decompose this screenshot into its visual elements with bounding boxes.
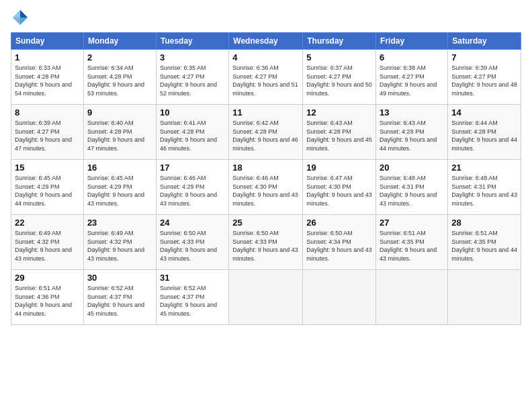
calendar-cell: 4Sunrise: 6:36 AMSunset: 4:27 PMDaylight… [229,50,303,105]
calendar-cell: 16Sunrise: 6:45 AMSunset: 4:29 PMDayligh… [83,160,156,215]
day-info: Sunrise: 6:39 AMSunset: 4:27 PMDaylight:… [451,64,517,97]
calendar-cell: 20Sunrise: 6:48 AMSunset: 4:31 PMDayligh… [376,160,448,215]
day-info: Sunrise: 6:34 AMSunset: 4:28 PMDaylight:… [87,64,144,97]
calendar-cell: 27Sunrise: 6:51 AMSunset: 4:35 PMDayligh… [376,215,448,270]
day-number: 25 [232,218,299,228]
day-number: 26 [306,218,372,228]
calendar-cell [448,270,521,325]
day-info: Sunrise: 6:51 AMSunset: 4:36 PMDaylight:… [15,285,72,317]
day-info: Sunrise: 6:43 AMSunset: 4:28 PMDaylight:… [380,120,437,152]
day-info: Sunrise: 6:50 AMSunset: 4:33 PMDaylight:… [232,230,298,262]
calendar-cell [376,270,448,325]
calendar-cell: 24Sunrise: 6:50 AMSunset: 4:33 PMDayligh… [156,215,228,270]
day-number: 28 [451,218,517,228]
weekday-header: Friday [376,33,448,50]
day-info: Sunrise: 6:37 AMSunset: 4:27 PMDaylight:… [306,64,372,97]
calendar-cell: 25Sunrise: 6:50 AMSunset: 4:33 PMDayligh… [229,215,303,270]
calendar-week-row: 29Sunrise: 6:51 AMSunset: 4:36 PMDayligh… [11,270,521,325]
day-number: 5 [306,52,372,62]
calendar-cell: 17Sunrise: 6:46 AMSunset: 4:29 PMDayligh… [156,160,228,215]
calendar-cell: 31Sunrise: 6:52 AMSunset: 4:37 PMDayligh… [156,270,228,325]
calendar-cell: 2Sunrise: 6:34 AMSunset: 4:28 PMDaylight… [83,50,156,105]
calendar-cell: 21Sunrise: 6:48 AMSunset: 4:31 PMDayligh… [448,160,521,215]
day-info: Sunrise: 6:49 AMSunset: 4:32 PMDaylight:… [87,230,144,262]
day-number: 4 [232,52,299,62]
day-number: 27 [380,218,444,228]
day-number: 30 [87,273,152,283]
calendar-cell: 30Sunrise: 6:52 AMSunset: 4:37 PMDayligh… [83,270,156,325]
weekday-header: Tuesday [156,33,228,50]
svg-marker-0 [20,10,28,17]
calendar-cell: 10Sunrise: 6:41 AMSunset: 4:28 PMDayligh… [156,105,228,160]
weekday-header-row: SundayMondayTuesdayWednesdayThursdayFrid… [11,33,521,50]
calendar-week-row: 15Sunrise: 6:45 AMSunset: 4:29 PMDayligh… [11,160,521,215]
svg-marker-2 [13,10,20,17]
day-info: Sunrise: 6:46 AMSunset: 4:29 PMDaylight:… [160,175,217,207]
day-info: Sunrise: 6:40 AMSunset: 4:28 PMDaylight:… [87,120,144,152]
day-info: Sunrise: 6:33 AMSunset: 4:28 PMDaylight:… [15,64,72,97]
day-number: 6 [380,52,444,62]
day-number: 19 [306,163,372,173]
calendar-cell: 28Sunrise: 6:51 AMSunset: 4:35 PMDayligh… [448,215,521,270]
day-number: 20 [380,163,444,173]
calendar-cell: 3Sunrise: 6:35 AMSunset: 4:27 PMDaylight… [156,50,228,105]
calendar-cell: 5Sunrise: 6:37 AMSunset: 4:27 PMDaylight… [303,50,376,105]
day-number: 14 [451,107,517,118]
day-number: 11 [232,107,299,118]
calendar-cell: 29Sunrise: 6:51 AMSunset: 4:36 PMDayligh… [11,270,84,325]
day-info: Sunrise: 6:39 AMSunset: 4:27 PMDaylight:… [15,120,72,152]
calendar-table: SundayMondayTuesdayWednesdayThursdayFrid… [11,32,521,325]
day-number: 2 [87,52,152,62]
day-info: Sunrise: 6:50 AMSunset: 4:34 PMDaylight:… [306,230,372,262]
day-info: Sunrise: 6:38 AMSunset: 4:27 PMDaylight:… [380,64,437,97]
calendar-cell: 15Sunrise: 6:45 AMSunset: 4:29 PMDayligh… [11,160,84,215]
calendar-week-row: 8Sunrise: 6:39 AMSunset: 4:27 PMDaylight… [11,105,521,160]
day-number: 13 [380,107,444,118]
day-number: 7 [451,52,517,62]
day-info: Sunrise: 6:48 AMSunset: 4:31 PMDaylight:… [380,175,437,207]
calendar-cell: 6Sunrise: 6:38 AMSunset: 4:27 PMDaylight… [376,50,448,105]
day-number: 8 [15,107,80,118]
calendar-cell: 11Sunrise: 6:42 AMSunset: 4:28 PMDayligh… [229,105,303,160]
weekday-header: Monday [83,33,156,50]
day-number: 3 [160,52,225,62]
calendar-week-row: 22Sunrise: 6:49 AMSunset: 4:32 PMDayligh… [11,215,521,270]
day-info: Sunrise: 6:52 AMSunset: 4:37 PMDaylight:… [160,285,217,317]
day-info: Sunrise: 6:41 AMSunset: 4:28 PMDaylight:… [160,120,217,152]
svg-marker-3 [13,17,20,25]
day-number: 29 [15,273,80,283]
header [11,8,521,27]
calendar-cell: 26Sunrise: 6:50 AMSunset: 4:34 PMDayligh… [303,215,376,270]
day-number: 12 [306,107,372,118]
calendar-cell: 23Sunrise: 6:49 AMSunset: 4:32 PMDayligh… [83,215,156,270]
day-number: 16 [87,163,152,173]
calendar-cell: 18Sunrise: 6:46 AMSunset: 4:30 PMDayligh… [229,160,303,215]
logo-icon [11,8,30,27]
calendar-cell [303,270,376,325]
day-number: 23 [87,218,152,228]
day-info: Sunrise: 6:48 AMSunset: 4:31 PMDaylight:… [451,175,517,207]
day-info: Sunrise: 6:49 AMSunset: 4:32 PMDaylight:… [15,230,72,262]
calendar-cell: 19Sunrise: 6:47 AMSunset: 4:30 PMDayligh… [303,160,376,215]
weekday-header: Wednesday [229,33,303,50]
logo [11,8,32,27]
day-number: 9 [87,107,152,118]
day-info: Sunrise: 6:45 AMSunset: 4:29 PMDaylight:… [15,175,72,207]
calendar-cell [229,270,303,325]
weekday-header: Sunday [11,33,84,50]
calendar-cell: 9Sunrise: 6:40 AMSunset: 4:28 PMDaylight… [83,105,156,160]
calendar-cell: 1Sunrise: 6:33 AMSunset: 4:28 PMDaylight… [11,50,84,105]
day-info: Sunrise: 6:51 AMSunset: 4:35 PMDaylight:… [380,230,437,262]
day-number: 18 [232,163,299,173]
day-info: Sunrise: 6:44 AMSunset: 4:28 PMDaylight:… [451,120,517,152]
day-number: 10 [160,107,225,118]
calendar-cell: 7Sunrise: 6:39 AMSunset: 4:27 PMDaylight… [448,50,521,105]
day-info: Sunrise: 6:47 AMSunset: 4:30 PMDaylight:… [306,175,372,207]
day-info: Sunrise: 6:52 AMSunset: 4:37 PMDaylight:… [87,285,144,317]
svg-marker-1 [20,17,28,25]
day-number: 15 [15,163,80,173]
day-info: Sunrise: 6:42 AMSunset: 4:28 PMDaylight:… [232,120,298,152]
day-number: 1 [15,52,80,62]
calendar-cell: 12Sunrise: 6:43 AMSunset: 4:28 PMDayligh… [303,105,376,160]
day-info: Sunrise: 6:43 AMSunset: 4:28 PMDaylight:… [306,120,372,152]
